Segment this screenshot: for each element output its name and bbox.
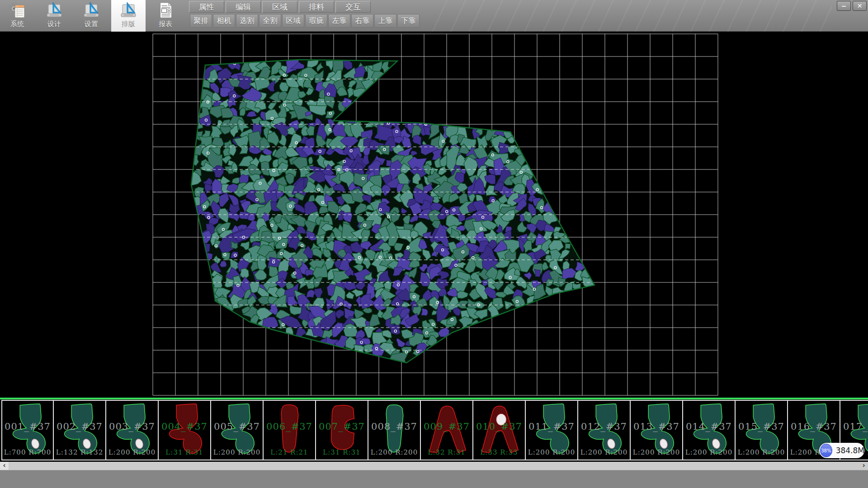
part-thumbnail[interactable]: 005_#37 L:200 R:200 <box>211 401 264 460</box>
tool-button-相机[interactable]: 相机 <box>213 14 235 28</box>
part-thumbnail[interactable]: 009_#37 L:32 R:31 <box>421 401 473 460</box>
main-button-label: 设置 <box>85 20 98 28</box>
part-thumbnail[interactable]: 015_#37 L:200 R:200 <box>736 401 788 460</box>
part-lr-count: L:31 R:31 <box>316 448 368 456</box>
part-thumbnail[interactable]: 014_#37 L:200 R:200 <box>683 401 736 460</box>
main-button-label: 设计 <box>47 20 61 28</box>
minimize-button[interactable]: − <box>837 1 851 11</box>
scroll-right-button[interactable]: › <box>859 462 868 470</box>
strip-accent-line <box>0 398 868 399</box>
main-button-系统[interactable]: 系统 <box>0 0 34 32</box>
part-lr-count: L:200 R:200 <box>578 448 630 456</box>
tool-button-全割[interactable]: 全割 <box>259 14 281 28</box>
part-thumbnail[interactable]: 007_#37 L:31 R:31 <box>316 401 368 460</box>
titlebar: 系统 设计 设置 排版 报表 属性编辑区域排料交互 聚排相机选割全割区域瑕疵左靠… <box>0 0 868 32</box>
memory-value: 384.8M <box>836 446 864 455</box>
menu-tab-bar: 属性编辑区域排料交互 <box>189 1 371 13</box>
part-thumbnail[interactable]: 003_#37 L:200 R:200 <box>106 401 159 460</box>
main-button-label: 排版 <box>122 20 135 28</box>
layout-icon <box>119 2 137 19</box>
horizontal-scrollbar[interactable]: ‹ › <box>0 462 868 470</box>
menu-tab-区域[interactable]: 区域 <box>262 1 297 13</box>
part-name: 010_#37 <box>473 421 525 432</box>
part-name: 001_#37 <box>2 421 53 432</box>
part-lr-count: L:33 R:33 <box>473 448 525 456</box>
menu-tab-排料[interactable]: 排料 <box>299 1 334 13</box>
part-name: 011_#37 <box>526 421 577 432</box>
part-name: 013_#37 <box>631 421 682 432</box>
nesting-canvas[interactable] <box>0 32 868 398</box>
part-thumbnail[interactable]: 002_#37 L:132 R:132 <box>54 401 106 460</box>
part-name: 009_#37 <box>421 421 472 432</box>
main-toolbar: 系统 设计 设置 排版 报表 <box>0 0 183 32</box>
memory-badge: 38% 384.8M <box>819 443 864 458</box>
design-icon <box>45 2 63 19</box>
main-button-排版[interactable]: 排版 <box>111 0 146 32</box>
main-button-设置[interactable]: 设置 <box>74 0 108 32</box>
part-lr-count: L:200 R:200 <box>106 448 158 456</box>
part-lr-count: L:200 R:200 <box>368 448 420 456</box>
part-lr-count: L:31 R:31 <box>159 448 210 456</box>
parts-list: 001_#37 L:700 R:700 002_#37 L:132 R:132 … <box>1 400 868 460</box>
part-lr-count: L:200 R:200 <box>211 448 263 456</box>
part-thumbnail[interactable]: 010_#37 L:33 R:33 <box>473 401 526 460</box>
part-name: 007_#37 <box>316 421 368 432</box>
parts-strip: 001_#37 L:700 R:700 002_#37 L:132 R:132 … <box>0 398 868 462</box>
tool-button-上靠[interactable]: 上靠 <box>374 14 396 28</box>
tool-button-下靠[interactable]: 下靠 <box>397 14 420 28</box>
part-lr-count: L:32 R:31 <box>421 448 472 456</box>
main-button-label: 报表 <box>159 20 172 28</box>
part-name: 002_#37 <box>54 421 105 432</box>
part-thumbnail[interactable]: 004_#37 L:31 R:31 <box>159 401 211 460</box>
part-thumbnail[interactable]: 006_#37 L:21 R:21 <box>264 401 316 460</box>
tool-button-bar: 聚排相机选割全割区域瑕疵左靠右靠上靠下靠 <box>190 14 420 28</box>
part-name: 003_#37 <box>106 421 158 432</box>
part-lr-count: L:700 R:700 <box>2 448 53 456</box>
part-name: 012_#37 <box>578 421 630 432</box>
part-name: 004_#37 <box>159 421 210 432</box>
canvas-svg <box>0 32 868 398</box>
tool-button-聚排[interactable]: 聚排 <box>190 14 212 28</box>
scroll-left-button[interactable]: ‹ <box>0 462 9 470</box>
part-lr-count: L:21 R:21 <box>264 448 315 456</box>
part-name: 017_#37 <box>840 421 868 432</box>
main-button-报表[interactable]: 报表 <box>148 0 183 32</box>
part-lr-count: L:132 R:132 <box>54 448 105 456</box>
status-bar <box>0 470 868 488</box>
main-button-设计[interactable]: 设计 <box>37 0 71 32</box>
system-icon <box>8 2 26 19</box>
part-thumbnail[interactable]: 012_#37 L:200 R:200 <box>578 401 631 460</box>
menu-tab-属性[interactable]: 属性 <box>189 1 224 13</box>
tool-button-选割[interactable]: 选割 <box>236 14 258 28</box>
part-name: 015_#37 <box>736 421 787 432</box>
part-name: 008_#37 <box>368 421 420 432</box>
part-lr-count: L:200 R:200 <box>736 448 787 456</box>
part-name: 005_#37 <box>211 421 263 432</box>
window-controls: − ✕ <box>837 1 867 11</box>
part-thumbnail[interactable]: 011_#37 L:200 R:200 <box>526 401 578 460</box>
settings-icon <box>82 2 100 19</box>
part-name: 014_#37 <box>683 421 735 432</box>
progress-circle: 38% <box>820 444 832 457</box>
tool-button-瑕疵[interactable]: 瑕疵 <box>305 14 327 28</box>
tool-button-右靠[interactable]: 右靠 <box>351 14 373 28</box>
tool-button-左靠[interactable]: 左靠 <box>328 14 350 28</box>
part-thumbnail[interactable]: 008_#37 L:200 R:200 <box>368 401 421 460</box>
close-button[interactable]: ✕ <box>853 1 867 11</box>
part-lr-count: L:200 R:200 <box>526 448 577 456</box>
part-lr-count: L:200 R:200 <box>631 448 682 456</box>
part-lr-count: L:200 R:200 <box>683 448 735 456</box>
part-thumbnail[interactable]: 013_#37 L:200 R:200 <box>631 401 683 460</box>
menu-tab-编辑[interactable]: 编辑 <box>226 1 261 13</box>
main-button-label: 系统 <box>10 20 24 28</box>
tool-button-区域[interactable]: 区域 <box>282 14 304 28</box>
part-thumbnail[interactable]: 001_#37 L:700 R:700 <box>1 401 54 460</box>
part-name: 016_#37 <box>788 421 840 432</box>
report-icon <box>156 2 175 19</box>
part-name: 006_#37 <box>264 421 315 432</box>
menu-tab-交互[interactable]: 交互 <box>335 1 371 13</box>
